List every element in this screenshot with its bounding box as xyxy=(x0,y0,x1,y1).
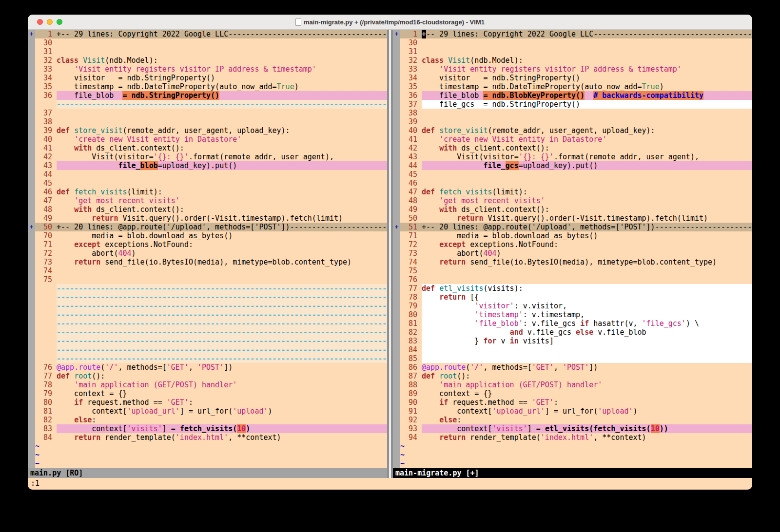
code-line[interactable]: 49 with ds_client.context(): xyxy=(393,205,752,214)
fold-column[interactable] xyxy=(393,328,400,337)
fold-column[interactable] xyxy=(28,275,35,284)
fold-column[interactable]: + xyxy=(28,30,35,38)
statusline-right[interactable]: main-migrate.py [+] xyxy=(393,468,752,478)
code-line[interactable]: 75 xyxy=(28,275,387,284)
code-line[interactable]: 79 context = {} xyxy=(28,389,387,398)
code-line[interactable]: 40 'create new Visit entity in Datastore… xyxy=(28,135,387,144)
code-line[interactable]: 46 xyxy=(393,179,752,188)
fold-column[interactable] xyxy=(393,258,400,266)
fold-column[interactable] xyxy=(28,328,35,337)
statusline-left[interactable]: main.py [RO] xyxy=(28,468,387,478)
diff-filler-line[interactable]: ----------------------------------------… xyxy=(28,354,387,363)
code-line[interactable]: 83 } for v in visits] xyxy=(393,337,752,345)
fold-column[interactable] xyxy=(393,231,400,240)
fold-column[interactable] xyxy=(28,345,35,354)
fold-column[interactable] xyxy=(28,179,35,188)
fold-column[interactable] xyxy=(393,196,400,205)
fold-column[interactable] xyxy=(393,47,400,56)
code-line[interactable]: 77def etl_visits(visits): xyxy=(393,284,752,293)
code-line[interactable]: 40def store_visit(remote_addr, user_agen… xyxy=(393,126,752,135)
code-line[interactable]: 35 timestamp = ndb.DateTimeProperty(auto… xyxy=(393,82,752,91)
fold-column[interactable] xyxy=(393,74,400,82)
fold-column[interactable] xyxy=(393,65,400,74)
fold-column[interactable] xyxy=(393,380,400,389)
code-line[interactable]: 31 xyxy=(393,47,752,56)
fold-column[interactable] xyxy=(393,126,400,135)
code-line[interactable]: 43 file_blob=upload_key).put() xyxy=(28,161,387,170)
fold-column[interactable] xyxy=(393,363,400,372)
code-line[interactable]: 71 except exceptions.NotFound: xyxy=(28,240,387,249)
diff-filler-line[interactable]: ----------------------------------------… xyxy=(28,310,387,319)
fold-column[interactable] xyxy=(393,152,400,161)
code-line[interactable]: 49 return Visit.query().order(-Visit.tim… xyxy=(28,214,387,223)
code-line[interactable]: 71 media = blob.download_as_bytes() xyxy=(393,231,752,240)
code-line[interactable]: 91 context['upload_url'] = url_for('uplo… xyxy=(393,407,752,416)
fold-column[interactable] xyxy=(28,459,35,468)
fold-column[interactable] xyxy=(393,319,400,328)
code-line[interactable]: 38 xyxy=(393,109,752,117)
fold-column[interactable] xyxy=(28,109,35,117)
fold-column[interactable] xyxy=(393,188,400,196)
fold-column[interactable] xyxy=(28,354,35,363)
code-line[interactable]: 42 Visit(visitor='{}: {}'.format(remote_… xyxy=(28,152,387,161)
fold-column[interactable] xyxy=(28,310,35,319)
fold-column[interactable] xyxy=(28,319,35,328)
fold-column[interactable] xyxy=(28,416,35,424)
code-line[interactable]: 41 with ds_client.context(): xyxy=(28,144,387,152)
fold-column[interactable] xyxy=(393,205,400,214)
code-line[interactable]: 80 'timestamp': v.timestamp, xyxy=(393,310,752,319)
fold-column[interactable] xyxy=(393,82,400,91)
fold-column[interactable] xyxy=(28,91,35,100)
fold-column[interactable] xyxy=(28,407,35,416)
fold-column[interactable] xyxy=(28,82,35,91)
fold-column[interactable] xyxy=(393,345,400,354)
fold-column[interactable] xyxy=(28,231,35,240)
code-line[interactable]: 32class Visit(ndb.Model): xyxy=(393,56,752,65)
code-line[interactable]: 85 xyxy=(393,354,752,363)
fold-column[interactable] xyxy=(28,240,35,249)
fold-column[interactable] xyxy=(393,91,400,100)
fold-column[interactable] xyxy=(28,433,35,442)
fold-column[interactable] xyxy=(28,363,35,372)
code-line[interactable]: 73 abort(404) xyxy=(393,249,752,258)
code-line[interactable]: 76 xyxy=(393,275,752,284)
fold-column[interactable] xyxy=(28,284,35,293)
code-line[interactable]: 47def fetch_visits(limit): xyxy=(393,188,752,196)
code-line[interactable]: 45 xyxy=(393,170,752,179)
code-line[interactable]: 45 xyxy=(28,179,387,188)
fold-column[interactable] xyxy=(393,424,400,433)
code-line[interactable]: 74 return send_file(io.BytesIO(media), m… xyxy=(393,258,752,266)
close-button[interactable] xyxy=(37,19,43,25)
code-line[interactable]: 81 context['upload_url'] = url_for('uplo… xyxy=(28,407,387,416)
code-line[interactable]: 33 'Visit entity registers visitor IP ad… xyxy=(393,65,752,74)
fold-column[interactable] xyxy=(28,266,35,275)
folded-line[interactable]: +50+-- 20 lines: @app.route('/upload', m… xyxy=(28,223,387,231)
code-line[interactable]: 82 else: xyxy=(28,416,387,424)
fold-column[interactable] xyxy=(28,293,35,302)
folded-line[interactable]: +51+-- 20 lines: @app.route('/upload', m… xyxy=(393,223,752,231)
fold-column[interactable] xyxy=(393,161,400,170)
code-line[interactable]: 74 xyxy=(28,266,387,275)
diff-filler-line[interactable]: ----------------------------------------… xyxy=(28,302,387,310)
code-line[interactable]: 94 return render_template('index.html', … xyxy=(393,433,752,442)
fold-column[interactable] xyxy=(28,372,35,380)
fold-column[interactable] xyxy=(28,258,35,266)
code-line[interactable]: 30 xyxy=(28,38,387,47)
fold-column[interactable] xyxy=(393,442,400,451)
fold-column[interactable]: + xyxy=(393,30,400,38)
code-line[interactable]: 32class Visit(ndb.Model): xyxy=(28,56,387,65)
fold-column[interactable] xyxy=(393,433,400,442)
code-line[interactable]: 72 except exceptions.NotFound: xyxy=(393,240,752,249)
fold-column[interactable] xyxy=(28,380,35,389)
fold-column[interactable] xyxy=(28,389,35,398)
code-line[interactable]: 82 and v.file_gcs else v.file_blob xyxy=(393,328,752,337)
fold-column[interactable] xyxy=(393,38,400,47)
fold-column[interactable] xyxy=(393,310,400,319)
fold-column[interactable] xyxy=(393,109,400,117)
code-line[interactable]: 93 context['visits'] = etl_visits(fetch_… xyxy=(393,424,752,433)
fold-column[interactable] xyxy=(393,275,400,284)
fold-column[interactable] xyxy=(393,100,400,109)
code-line[interactable]: 80 if request.method == 'GET': xyxy=(28,398,387,407)
code-line[interactable]: 72 abort(404) xyxy=(28,249,387,258)
command-line[interactable]: :1 xyxy=(28,478,752,490)
